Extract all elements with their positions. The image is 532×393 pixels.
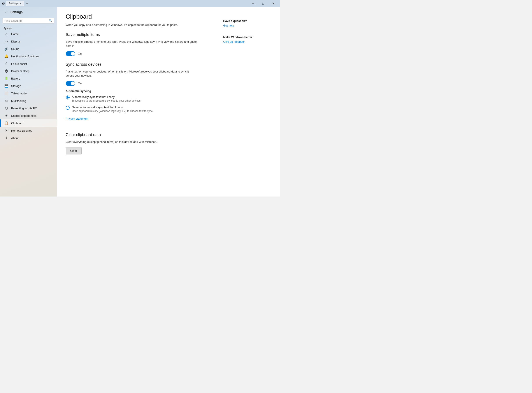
sidebar-title: Settings [10,10,23,14]
sidebar-item-battery[interactable]: 🔋 Battery [0,75,57,82]
sidebar-item-label: Power & sleep [11,69,29,73]
sidebar-item-label: Tablet mode [11,92,27,95]
settings-tab-icon: ⚙ [2,2,5,5]
app-window: ← Settings 🔍 System ⌂ Home ▭ Display 🔊 S… [0,7,280,196]
help-question: Have a question? [223,19,267,23]
sidebar-item-remote[interactable]: ✖ Remote Desktop [0,127,57,134]
sidebar-item-label: Focus assist [11,62,27,65]
sidebar-item-notifications[interactable]: 🔔 Notifications & actions [0,53,57,60]
sidebar-item-label: Notifications & actions [11,55,39,58]
sidebar-header: ← Settings [0,7,57,17]
search-box[interactable]: 🔍 [3,18,54,24]
radio-never-sync-text: Never automatically sync text that I cop… [72,106,153,113]
sidebar-item-storage[interactable]: 💾 Storage [0,82,57,90]
sidebar-item-label: Clipboard [11,122,24,125]
titlebar: ⚙ Settings ✕ + ─ □ ✕ [0,0,280,7]
sync-desc: Paste text on your other devices. When t… [66,69,197,78]
save-multiple-toggle-row: On [66,51,219,56]
display-icon: ▭ [4,39,9,43]
sidebar-item-sound[interactable]: 🔊 Sound [0,45,57,53]
radio-auto-sync-input[interactable] [66,95,70,99]
sidebar-item-label: Multitasking [11,99,26,103]
home-icon: ⌂ [4,32,9,36]
back-button[interactable]: ← [4,9,9,15]
sync-toggle[interactable] [66,81,75,86]
page-description: When you copy or cut something in Window… [66,23,197,27]
new-tab-button[interactable]: + [26,1,28,5]
notifications-icon: 🔔 [4,54,9,58]
sidebar-item-power[interactable]: ⏻ Power & sleep [0,68,57,75]
sidebar-item-label: Remote Desktop [11,129,32,132]
sidebar-item-display[interactable]: ▭ Display [0,38,57,45]
power-icon: ⏻ [4,69,9,73]
sidebar-item-home[interactable]: ⌂ Home [0,30,57,38]
shared-icon: ✦ [4,114,9,118]
main-content: Clipboard When you copy or cut something… [57,7,280,196]
search-input[interactable] [5,19,49,22]
sidebar-item-label: Display [11,40,21,43]
close-button[interactable]: ✕ [268,0,278,7]
sync-title: Sync across devices [66,62,219,67]
sound-icon: 🔊 [4,47,9,51]
projecting-icon: ⬡ [4,106,9,110]
sidebar-item-focus[interactable]: ☾ Focus assist [0,60,57,68]
privacy-statement-link[interactable]: Privacy statement [66,117,88,120]
sidebar-item-projecting[interactable]: ⬡ Projecting to this PC [0,104,57,112]
save-multiple-toggle-label: On [78,52,82,55]
radio-auto-sync[interactable]: Automatically sync text that I copy Text… [66,95,219,103]
sidebar-item-label: Projecting to this PC [11,107,37,110]
sidebar-item-tablet[interactable]: ⬜ Tablet mode [0,90,57,97]
sidebar-item-multitasking[interactable]: ⧉ Multitasking [0,97,57,104]
clipboard-icon: 📋 [4,121,9,125]
sync-radio-group: Automatically sync text that I copy Text… [66,95,219,113]
auto-sync-label: Automatic syncing [66,89,219,93]
sidebar-item-label: Shared experiences [11,114,37,118]
system-section-label: System [0,25,57,30]
radio-never-sync-title: Never automatically sync text that I cop… [72,106,153,109]
sidebar-item-label: Battery [11,77,20,80]
radio-auto-sync-desc: Text copied to the clipboard is synced t… [72,99,141,103]
radio-auto-sync-title: Automatically sync text that I copy [72,95,141,98]
clear-desc: Clear everything (except pinned items) o… [66,140,197,144]
settings-tab[interactable]: Settings ✕ [6,1,24,6]
save-multiple-toggle[interactable] [66,51,75,56]
tab-label: Settings [9,2,18,5]
get-help-link[interactable]: Get help [223,24,267,27]
clear-button[interactable]: Clear [66,147,82,154]
sync-toggle-row: On [66,81,219,86]
multitasking-icon: ⧉ [4,99,9,103]
sidebar-item-shared[interactable]: ✦ Shared experiences [0,112,57,119]
save-multiple-title: Save multiple items [66,32,219,37]
tablet-icon: ⬜ [4,91,9,95]
window-controls: ─ □ ✕ [248,0,278,7]
content-layout: Clipboard When you copy or cut something… [66,13,271,161]
sidebar-item-label: About [11,137,19,140]
sync-section: Sync across devices Paste text on your o… [66,62,219,127]
sidebar-item-about[interactable]: ℹ About [0,134,57,142]
sidebar-item-label: Storage [11,84,21,88]
save-multiple-section: Save multiple items Save multiple clipbo… [66,32,219,56]
sidebar-item-clipboard[interactable]: 📋 Clipboard [0,119,57,127]
focus-icon: ☾ [4,62,9,66]
sidebar-item-label: Home [11,32,19,36]
about-icon: ℹ [4,136,9,140]
radio-never-sync[interactable]: Never automatically sync text that I cop… [66,106,219,113]
minimize-button[interactable]: ─ [248,0,258,7]
sidebar: ← Settings 🔍 System ⌂ Home ▭ Display 🔊 S… [0,7,57,196]
maximize-button[interactable]: □ [258,0,268,7]
page-title: Clipboard [66,13,219,20]
sidebar-content: ← Settings 🔍 System ⌂ Home ▭ Display 🔊 S… [0,7,57,142]
clear-title: Clear clipboard data [66,133,219,137]
radio-never-sync-input[interactable] [66,106,70,110]
battery-icon: 🔋 [4,76,9,80]
sync-toggle-label: On [78,82,82,85]
tab-close-button[interactable]: ✕ [19,2,21,5]
storage-icon: 💾 [4,84,9,88]
search-icon: 🔍 [49,19,52,22]
feedback-link[interactable]: Give us feedback [223,40,267,43]
save-multiple-desc: Save multiple clipboard items to use lat… [66,40,197,48]
sidebar-item-label: Sound [11,47,19,51]
make-better-label: Make Windows better [223,35,267,39]
main-column: Clipboard When you copy or cut something… [66,13,219,161]
clear-section: Clear clipboard data Clear everything (e… [66,133,219,154]
